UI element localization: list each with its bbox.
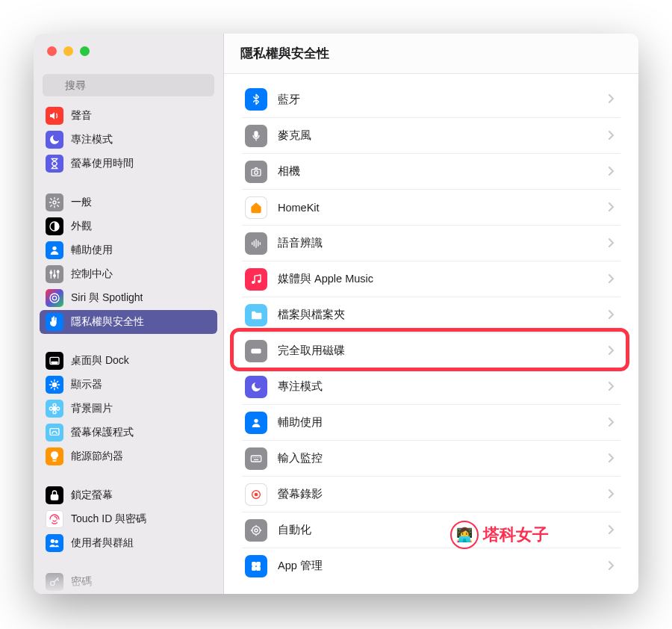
sidebar-item-key[interactable]: 密碼 (40, 570, 217, 594)
svg-point-9 (54, 275, 56, 277)
chevron-right-icon (609, 381, 615, 393)
person-icon (245, 412, 267, 434)
svg-point-48 (255, 529, 258, 532)
privacy-row-label: 輸入監控 (278, 451, 598, 465)
sidebar-item-sun[interactable]: 顯示器 (40, 373, 217, 397)
svg-point-47 (252, 526, 261, 534)
mic-icon (245, 125, 267, 147)
privacy-row-label: 語音辨識 (278, 236, 598, 250)
sidebar-item-touchid[interactable]: Touch ID 與密碼 (40, 507, 217, 531)
privacy-row-gearalt[interactable]: 自動化 (242, 512, 620, 548)
sidebar-item-label: 桌面與 Dock (71, 354, 129, 368)
sidebar: 聲音專注模式螢幕使用時間一般外觀輔助使用控制中心Siri 與 Spotlight… (34, 34, 224, 594)
users-icon (46, 534, 63, 552)
close-button[interactable] (47, 46, 57, 56)
sidebar-item-person[interactable]: 輔助使用 (40, 238, 217, 262)
privacy-row-apps[interactable]: App 管理 (242, 548, 620, 583)
apps-icon (245, 555, 267, 577)
sidebar-item-sliders[interactable]: 控制中心 (40, 262, 217, 286)
sidebar-item-label: Touch ID 與密碼 (71, 512, 146, 526)
svg-point-10 (57, 270, 59, 273)
privacy-row-label: 完全取用磁碟 (278, 344, 598, 358)
svg-point-16 (53, 407, 56, 410)
minimize-button[interactable] (63, 46, 73, 56)
window-controls (34, 34, 223, 68)
sidebar-item-label: 使用者與群組 (71, 536, 134, 550)
moon-icon (245, 376, 267, 398)
sidebar-item-lock[interactable]: 鎖定螢幕 (40, 483, 217, 507)
privacy-row-moon[interactable]: 專注模式 (242, 368, 620, 404)
chevron-right-icon (609, 202, 615, 214)
privacy-row-mic[interactable]: 麥克風 (242, 117, 620, 153)
camera-icon (245, 161, 267, 183)
chevron-right-icon (609, 345, 615, 357)
sidebar-item-label: 背景圖片 (71, 402, 113, 415)
sidebar-item-hand[interactable]: 隱私權與安全性 (40, 310, 217, 334)
privacy-row-home[interactable]: HomeKit (242, 189, 620, 225)
privacy-row-person[interactable]: 輔助使用 (242, 404, 620, 440)
privacy-row-label: 專注模式 (278, 379, 598, 394)
svg-rect-49 (252, 562, 256, 566)
disk-icon (245, 340, 267, 362)
contrast-icon (46, 217, 63, 235)
sidebar-item-dock[interactable]: 桌面與 Dock (40, 349, 217, 373)
privacy-row-music[interactable]: 媒體與 Apple Music (242, 261, 620, 297)
sidebar-item-label: 外觀 (71, 220, 92, 233)
search-wrap (34, 68, 223, 102)
sidebar-item-users[interactable]: 使用者與群組 (40, 531, 217, 555)
sidebar-item-siri[interactable]: Siri 與 Spotlight (40, 286, 217, 310)
svg-point-25 (55, 540, 57, 542)
search-input[interactable] (43, 74, 214, 96)
privacy-row-label: 相機 (278, 164, 598, 179)
sidebar-item-speaker[interactable]: 聲音 (40, 104, 217, 128)
chevron-right-icon (609, 560, 615, 572)
sidebar-item-label: 螢幕使用時間 (71, 157, 134, 170)
sidebar-item-label: 鎖定螢幕 (71, 489, 113, 502)
privacy-row-bluetooth[interactable]: 藍牙 (242, 81, 620, 117)
sidebar-item-bulb[interactable]: 能源節約器 (40, 444, 217, 468)
svg-rect-23 (51, 495, 57, 500)
screensv-icon (46, 424, 63, 441)
zoom-button[interactable] (80, 46, 90, 56)
sidebar-item-label: 輔助使用 (71, 244, 113, 257)
privacy-row-camera[interactable]: 相機 (242, 153, 620, 189)
gear-icon (46, 193, 63, 211)
sidebar-item-label: Siri 與 Spotlight (71, 291, 143, 305)
svg-rect-29 (252, 169, 261, 176)
moon-icon (46, 131, 63, 149)
sidebar-item-screensv[interactable]: 螢幕保護程式 (40, 421, 217, 444)
privacy-row-label: 藍牙 (278, 93, 598, 107)
lock-icon (46, 486, 63, 504)
sidebar-item-label: 一般 (71, 196, 92, 209)
privacy-row-disk[interactable]: 完全取用磁碟 (242, 332, 620, 368)
bluetooth-icon (245, 88, 267, 111)
privacy-row-keyboard[interactable]: 輸入監控 (242, 440, 620, 476)
privacy-row-wave[interactable]: 語音辨識 (242, 225, 620, 261)
privacy-row-label: 自動化 (278, 523, 598, 537)
page-title: 隱私權與安全性 (240, 45, 329, 62)
siri-icon (46, 289, 63, 307)
privacy-row-record[interactable]: 螢幕錄影 (242, 476, 620, 512)
sidebar-item-label: 顯示器 (71, 378, 102, 391)
folder-icon (245, 304, 267, 326)
svg-point-37 (258, 350, 259, 351)
chevron-right-icon (609, 93, 615, 105)
chevron-right-icon (609, 417, 615, 429)
key-icon (46, 573, 63, 591)
sidebar-item-contrast[interactable]: 外觀 (40, 214, 217, 238)
sidebar-item-flower[interactable]: 背景圖片 (40, 397, 217, 421)
sidebar-item-gear[interactable]: 一般 (40, 190, 217, 214)
sidebar-item-moon[interactable]: 專注模式 (40, 128, 217, 152)
privacy-row-label: App 管理 (278, 559, 598, 573)
chevron-right-icon (609, 238, 615, 250)
svg-rect-28 (255, 131, 258, 137)
keyboard-icon (245, 447, 267, 470)
svg-point-15 (52, 382, 56, 386)
privacy-row-folder[interactable]: 檔案與檔案夾 (242, 297, 620, 332)
privacy-row-label: 麥克風 (278, 128, 598, 143)
flower-icon (46, 400, 63, 418)
chevron-right-icon (609, 453, 615, 465)
svg-point-19 (49, 407, 52, 410)
svg-rect-51 (252, 566, 256, 570)
sidebar-item-hourglass[interactable]: 螢幕使用時間 (40, 152, 217, 176)
